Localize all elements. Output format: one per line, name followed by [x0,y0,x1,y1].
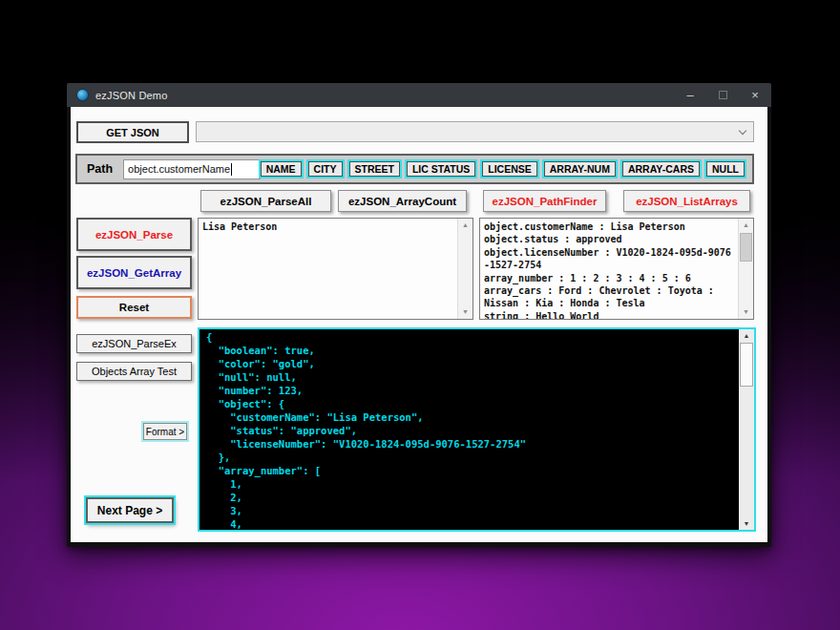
preset-null-button[interactable]: NULL [706,161,745,178]
preset-license-button[interactable]: LICENSE [482,161,537,178]
path-output-box[interactable]: object.customerName : Lisa Peterson obje… [479,218,754,320]
path-output-text: object.customerName : Lisa Peterson obje… [480,219,738,319]
app-window: ezJSON Demo – × GET JSON Path object.cus… [67,83,771,547]
maximize-button[interactable] [706,83,739,107]
path-input[interactable]: object.customerName [123,159,261,179]
preset-array-num-button[interactable]: ARRAY-NUM [544,161,616,178]
format-button[interactable]: Format > [143,423,187,440]
preset-street-button[interactable]: STREET [349,161,400,178]
parse-all-button[interactable]: ezJSON_ParseAll [200,190,331,212]
array-count-button[interactable]: ezJSON_ArrayCount [338,190,467,212]
desktop-background: ezJSON Demo – × GET JSON Path object.cus… [0,0,840,630]
output-scrollbar[interactable]: ▲ ▼ [738,219,753,319]
parse-result-text: Lisa Peterson [199,219,457,319]
path-label: Path [87,162,113,176]
json-console-text: { "boolean": true, "color": "gold", "nul… [200,329,739,530]
scrollbar-thumb[interactable] [740,233,752,262]
preset-lic-status-button[interactable]: LIC STATUS [407,161,475,178]
preset-name-button[interactable]: NAME [261,161,302,178]
path-input-value: object.customerName [128,163,230,175]
scroll-down-icon[interactable]: ▼ [458,305,472,319]
close-button[interactable]: × [739,83,771,107]
preset-array-cars-button[interactable]: ARRAY-CARS [622,161,700,178]
window-title: ezJSON Demo [95,90,168,101]
maximize-icon [719,91,727,99]
text-caret [231,163,232,176]
get-json-button[interactable]: GET JSON [76,121,189,143]
parse-ex-button[interactable]: ezJSON_ParseEx [76,334,192,353]
reset-button[interactable]: Reset [76,296,192,319]
parse-result-box[interactable]: Lisa Peterson ▲ ▼ [198,218,473,320]
preset-city-button[interactable]: CITY [308,161,343,178]
scroll-up-icon[interactable]: ▲ [739,219,753,232]
scroll-down-icon[interactable]: ▼ [739,305,753,319]
result-scrollbar[interactable]: ▲ ▼ [457,219,472,319]
objects-array-test-button[interactable]: Objects Array Test [76,362,192,381]
json-console[interactable]: { "boolean": true, "color": "gold", "nul… [198,327,756,532]
list-arrays-button[interactable]: ezJSON_ListArrays [623,190,750,212]
path-preset-buttons: NAME CITY STREET LIC STATUS LICENSE ARRA… [261,161,746,178]
minimize-button[interactable]: – [674,83,706,107]
scroll-down-icon[interactable]: ▼ [739,517,754,530]
scrollbar-thumb[interactable] [740,343,753,387]
chevron-down-icon[interactable] [732,131,753,134]
title-bar[interactable]: ezJSON Demo – × [67,83,771,107]
next-page-button[interactable]: Next Page > [86,497,174,523]
get-array-button[interactable]: ezJSON_GetArray [76,256,192,289]
app-icon [76,89,89,101]
window-controls: – × [674,83,771,107]
json-source-combobox[interactable] [196,121,754,142]
scroll-up-icon[interactable]: ▲ [739,329,754,342]
path-bar: Path object.customerName NAME CITY STREE… [75,154,754,184]
scroll-up-icon[interactable]: ▲ [458,219,472,232]
window-body: GET JSON Path object.customerName NAME C… [71,107,767,542]
console-scrollbar[interactable]: ▲ ▼ [739,329,754,530]
parse-button[interactable]: ezJSON_Parse [76,218,192,251]
path-finder-button[interactable]: ezJSON_PathFinder [483,190,606,212]
